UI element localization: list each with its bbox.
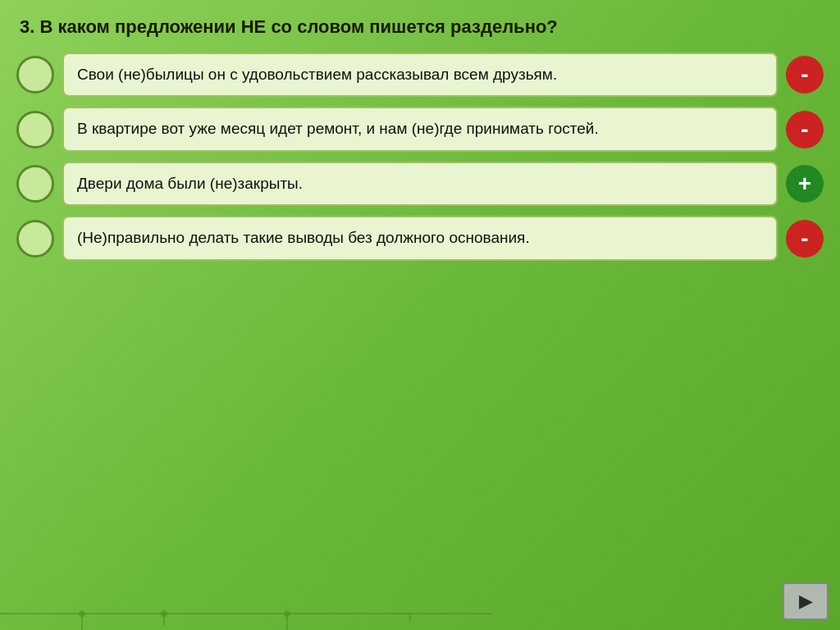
answer-box-1[interactable]: Свои (не)былицы он с удовольствием расск…: [62, 52, 778, 98]
question-text: 3. В каком предложении НЕ со словом пише…: [16, 15, 824, 39]
sign-button-1[interactable]: -: [786, 56, 824, 94]
sign-button-3[interactable]: +: [786, 165, 824, 203]
answer-row-3: Двери дома были (не)закрыты. +: [16, 162, 824, 207]
answer-row-1: Свои (не)былицы он с удовольствием расск…: [16, 52, 824, 98]
radio-button-3[interactable]: [16, 165, 54, 203]
answer-box-4[interactable]: (Не)правильно делать такие выводы без до…: [62, 216, 778, 261]
next-button[interactable]: [783, 582, 829, 620]
sign-button-2[interactable]: -: [786, 111, 824, 148]
main-container: 3. В каком предложении НЕ со словом пише…: [0, 0, 840, 630]
answer-text-4: (Не)правильно делать такие выводы без до…: [77, 229, 530, 246]
circuit-decoration: [0, 581, 840, 630]
svg-point-7: [284, 610, 290, 617]
radio-button-1[interactable]: [16, 56, 54, 94]
answer-text-1: Свои (не)былицы он с удовольствием расск…: [77, 66, 557, 83]
answer-text-2: В квартире вот уже месяц идет ремонт, и …: [77, 120, 599, 137]
answers-area: Свои (не)былицы он с удовольствием расск…: [16, 52, 824, 614]
radio-button-4[interactable]: [16, 220, 54, 258]
answer-box-3[interactable]: Двери дома были (не)закрыты.: [62, 162, 778, 207]
answer-text-3: Двери дома были (не)закрыты.: [77, 175, 303, 192]
answer-box-2[interactable]: В квартире вот уже месяц идет ремонт, и …: [62, 107, 778, 152]
answer-row-2: В квартире вот уже месяц идет ремонт, и …: [16, 107, 824, 152]
svg-point-6: [161, 610, 167, 617]
radio-button-2[interactable]: [16, 111, 54, 148]
answer-row-4: (Не)правильно делать такие выводы без до…: [16, 216, 824, 261]
svg-point-5: [79, 610, 85, 617]
sign-button-4[interactable]: -: [786, 220, 824, 258]
